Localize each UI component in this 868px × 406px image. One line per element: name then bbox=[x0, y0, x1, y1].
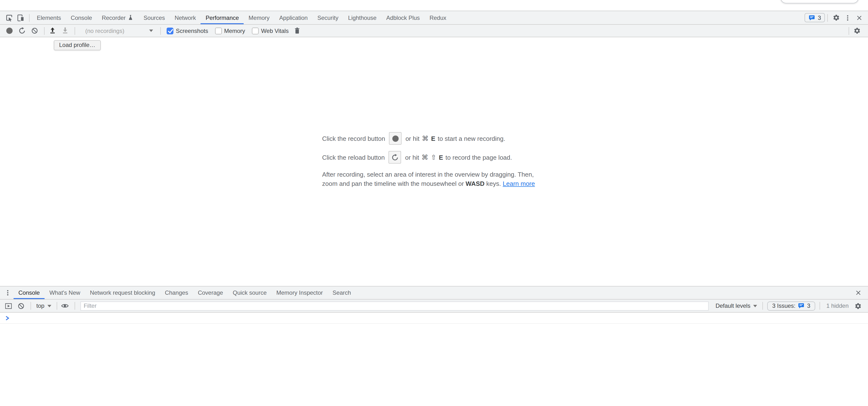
console-prompt-row[interactable] bbox=[0, 313, 868, 324]
wasd-keys-text: WASD bbox=[466, 180, 485, 187]
chevron-down-icon bbox=[753, 305, 757, 307]
performance-toolbar: (no recordings) Screenshots Memory Web V… bbox=[0, 25, 868, 37]
web-vitals-checkbox[interactable]: Web Vitals bbox=[252, 27, 289, 34]
delete-recording-button[interactable] bbox=[292, 25, 303, 36]
record-button[interactable] bbox=[4, 25, 14, 36]
tab-elements[interactable]: Elements bbox=[32, 11, 66, 24]
instruction-text: or hit bbox=[405, 135, 420, 142]
console-settings-button[interactable] bbox=[852, 301, 863, 311]
issues-count: 3 bbox=[818, 14, 821, 21]
tab-recorder[interactable]: Recorder bbox=[97, 11, 139, 24]
separator bbox=[31, 302, 31, 310]
more-options-button[interactable] bbox=[842, 14, 854, 21]
close-drawer-button[interactable] bbox=[852, 290, 864, 296]
separator bbox=[44, 27, 44, 35]
tab-label: Sources bbox=[144, 14, 165, 21]
separator bbox=[56, 302, 57, 310]
checkbox-label: Web Vitals bbox=[261, 27, 289, 34]
console-sidebar-toggle-button[interactable] bbox=[3, 301, 13, 311]
tab-label: Memory bbox=[248, 14, 270, 21]
inspect-element-button[interactable] bbox=[3, 11, 15, 24]
tab-label: Console bbox=[71, 14, 92, 21]
issues-counter-button[interactable]: 3 bbox=[805, 13, 825, 22]
console-issues-button[interactable]: 3 Issues: 3 bbox=[767, 301, 815, 310]
cmd-key-symbol: ⌘ bbox=[422, 154, 428, 161]
recordings-dropdown[interactable]: (no recordings) bbox=[80, 26, 156, 36]
upload-icon bbox=[49, 27, 56, 34]
tab-label: Search bbox=[333, 290, 351, 296]
separator bbox=[827, 14, 828, 22]
chevron-down-icon bbox=[47, 305, 51, 307]
checkbox-label: Memory bbox=[224, 27, 245, 34]
paragraph-text: zoom and pan the timeline with the mouse… bbox=[322, 180, 464, 187]
block-icon bbox=[17, 302, 25, 309]
close-devtools-button[interactable] bbox=[854, 14, 865, 21]
separator bbox=[29, 14, 30, 22]
tab-label: Adblock Plus bbox=[386, 14, 420, 21]
clear-console-button[interactable] bbox=[16, 301, 26, 311]
close-icon bbox=[856, 14, 863, 21]
live-expression-button[interactable] bbox=[59, 301, 70, 311]
memory-checkbox[interactable]: Memory bbox=[215, 27, 245, 34]
checkbox-label: Screenshots bbox=[176, 27, 208, 34]
save-profile-button[interactable] bbox=[60, 25, 70, 36]
device-toolbar-button[interactable] bbox=[15, 11, 27, 24]
inspect-cursor-icon bbox=[5, 14, 13, 22]
performance-panel: Load profile… Click the record button or… bbox=[0, 37, 868, 286]
tab-performance[interactable]: Performance bbox=[201, 11, 244, 24]
block-icon bbox=[31, 27, 38, 34]
tab-redux[interactable]: Redux bbox=[425, 11, 451, 24]
instruction-text: Click the reload button bbox=[322, 154, 385, 161]
settings-button[interactable] bbox=[830, 14, 842, 21]
tab-application[interactable]: Application bbox=[274, 11, 312, 24]
tab-lighthouse[interactable]: Lighthouse bbox=[343, 11, 381, 24]
drawer-tab-network-request-blocking[interactable]: Network request blocking bbox=[85, 286, 160, 299]
tab-sources[interactable]: Sources bbox=[139, 11, 170, 24]
reload-icon bbox=[18, 27, 25, 34]
trash-icon bbox=[294, 27, 301, 34]
drawer-menu-button[interactable] bbox=[2, 286, 13, 299]
javascript-context-dropdown[interactable]: top bbox=[33, 302, 54, 309]
drawer-tab-quick-source[interactable]: Quick source bbox=[228, 286, 272, 299]
drawer-tab-whats-new[interactable]: What's New bbox=[44, 286, 85, 299]
reload-button-illustration bbox=[389, 151, 401, 164]
drawer-tab-console[interactable]: Console bbox=[13, 286, 44, 299]
issues-label: 3 Issues: bbox=[772, 302, 795, 309]
download-icon bbox=[61, 27, 68, 34]
drawer-tab-changes[interactable]: Changes bbox=[160, 286, 193, 299]
separator bbox=[74, 27, 75, 35]
experiment-flask-icon bbox=[128, 14, 134, 21]
device-toolbar-icon bbox=[17, 14, 25, 22]
tab-label: Console bbox=[19, 290, 40, 296]
tab-label: Network bbox=[175, 14, 196, 21]
tab-label: Performance bbox=[206, 14, 239, 21]
checkbox-unchecked-icon bbox=[252, 27, 259, 34]
clear-button[interactable] bbox=[29, 25, 40, 36]
tab-console[interactable]: Console bbox=[66, 11, 97, 24]
eye-icon bbox=[61, 302, 68, 310]
issues-chat-icon bbox=[809, 14, 815, 21]
capture-settings-button[interactable] bbox=[851, 25, 862, 36]
drawer-tab-memory-inspector[interactable]: Memory Inspector bbox=[272, 286, 328, 299]
devtools-tabbar: Elements Console Recorder Sources Networ… bbox=[0, 11, 868, 25]
drawer-tab-coverage[interactable]: Coverage bbox=[193, 286, 228, 299]
log-levels-value: Default levels bbox=[715, 302, 750, 309]
tab-label: What's New bbox=[50, 290, 80, 296]
tab-adblock-plus[interactable]: Adblock Plus bbox=[381, 11, 425, 24]
load-profile-button[interactable] bbox=[47, 25, 58, 36]
tab-security[interactable]: Security bbox=[312, 11, 343, 24]
tab-label: Changes bbox=[165, 290, 188, 296]
console-toolbar: top Default levels 3 Issues: bbox=[0, 300, 868, 313]
log-levels-dropdown[interactable]: Default levels bbox=[713, 302, 760, 309]
tab-memory[interactable]: Memory bbox=[244, 11, 274, 24]
gear-icon bbox=[832, 14, 840, 21]
checkbox-checked-icon bbox=[166, 27, 174, 34]
e-key-symbol: E bbox=[439, 154, 443, 161]
drawer-tab-search[interactable]: Search bbox=[328, 286, 356, 299]
close-icon bbox=[855, 290, 862, 296]
learn-more-link[interactable]: Learn more bbox=[503, 180, 535, 187]
reload-and-record-button[interactable] bbox=[17, 25, 27, 36]
tab-network[interactable]: Network bbox=[170, 11, 201, 24]
screenshots-checkbox[interactable]: Screenshots bbox=[166, 27, 208, 34]
console-filter-input[interactable] bbox=[80, 301, 709, 310]
